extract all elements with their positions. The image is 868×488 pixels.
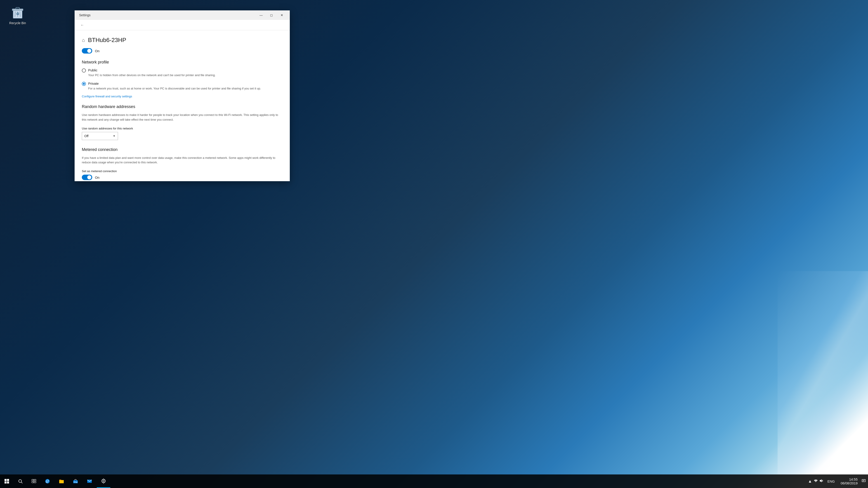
window-titlebar: Settings — ◻ ✕	[74, 10, 290, 20]
radio-private-input[interactable]	[82, 82, 86, 86]
taskbar-app-settings[interactable]	[97, 475, 110, 488]
metered-connection-heading: Metered connection	[82, 147, 283, 152]
recycle-bin-icon[interactable]: ♻ Recycle Bin	[4, 4, 31, 25]
connection-toggle-label: On	[95, 49, 99, 53]
svg-rect-21	[87, 480, 92, 483]
taskbar-apps: Shop	[41, 475, 110, 488]
radio-public-text: Public Your PC is hidden from other devi…	[88, 68, 216, 77]
page-header: ⌂ BTHub6-23HP	[82, 37, 283, 43]
svg-marker-23	[820, 480, 822, 482]
svg-rect-24	[862, 480, 866, 482]
clock-time: 14:55	[849, 477, 858, 481]
back-button[interactable]: ←	[78, 21, 86, 29]
window-controls: — ◻ ✕	[256, 10, 287, 20]
connection-toggle-row: On	[82, 48, 283, 54]
svg-rect-10	[7, 482, 9, 484]
svg-rect-16	[34, 482, 36, 483]
home-icon: ⌂	[82, 37, 85, 43]
maximize-button[interactable]: ◻	[266, 10, 277, 20]
taskbar-app-explorer[interactable]	[55, 475, 68, 488]
start-button[interactable]	[0, 475, 13, 488]
metered-toggle-label-text: Set as metered connection	[82, 169, 283, 173]
action-center-icon[interactable]	[862, 479, 866, 484]
search-button[interactable]	[13, 475, 27, 488]
main-content: ⌂ BTHub6-23HP On Network profile Public …	[74, 30, 290, 181]
svg-rect-15	[32, 482, 34, 483]
radio-private-label: Private	[88, 82, 261, 86]
svg-rect-8	[7, 479, 9, 481]
recycle-bin-image: ♻	[10, 4, 26, 20]
dropdown-arrow-icon: ▼	[113, 134, 116, 138]
svg-point-22	[103, 480, 104, 482]
metered-toggle-label: On	[95, 175, 99, 180]
radio-public-label: Public	[88, 68, 216, 72]
metered-toggle[interactable]	[82, 175, 92, 180]
radio-private-text: Private For a network you trust, such as…	[88, 82, 261, 91]
clock-date: 06/08/2019	[841, 481, 858, 485]
metered-connection-desc: If you have a limited data plan and want…	[82, 156, 283, 165]
svg-line-12	[21, 482, 22, 483]
dropdown-value: Off	[84, 134, 88, 138]
random-addresses-label: Use random addresses for this network	[82, 127, 283, 130]
network-profile-heading: Network profile	[82, 60, 283, 65]
radio-public-input[interactable]	[82, 68, 86, 72]
systray-expand-icon[interactable]: ▲	[808, 479, 812, 484]
nav-bar: ←	[74, 20, 290, 30]
recycle-bin-label: Recycle Bin	[9, 21, 26, 25]
volume-icon[interactable]	[819, 479, 824, 484]
metered-toggle-thumb	[87, 175, 91, 180]
minimize-button[interactable]: —	[256, 10, 266, 20]
taskbar-clock[interactable]: 14:55 06/08/2019	[838, 477, 860, 485]
settings-window: Settings — ◻ ✕ ← ⌂ BTHub6-23HP On	[74, 10, 290, 181]
taskbar: Shop ▲	[0, 475, 868, 488]
connection-toggle[interactable]	[82, 48, 92, 54]
svg-rect-9	[4, 482, 6, 484]
svg-rect-14	[34, 480, 36, 481]
systray: ▲ ENG 14:55 06/08/2019	[806, 477, 868, 485]
page-title: BTHub6-23HP	[88, 37, 126, 43]
svg-text:Shop: Shop	[73, 481, 78, 483]
svg-point-11	[19, 480, 22, 483]
taskbar-app-store[interactable]: Shop	[69, 475, 82, 488]
taskbar-app-edge[interactable]	[41, 475, 54, 488]
taskbar-app-mail[interactable]	[83, 475, 96, 488]
svg-text:♻: ♻	[16, 12, 19, 16]
random-addresses-dropdown[interactable]: Off ▼	[82, 132, 118, 140]
radio-public[interactable]: Public Your PC is hidden from other devi…	[82, 68, 283, 77]
radio-private-desc: For a network you trust, such as at home…	[88, 86, 261, 91]
window-content: ← ⌂ BTHub6-23HP On Network profile	[74, 20, 290, 181]
language-indicator[interactable]: ENG	[826, 480, 837, 483]
svg-rect-7	[4, 479, 6, 481]
radio-public-desc: Your PC is hidden from other devices on …	[88, 73, 216, 77]
svg-rect-13	[32, 480, 34, 481]
window-title: Settings	[77, 13, 256, 17]
task-view-button[interactable]	[27, 475, 41, 488]
network-icon[interactable]	[814, 479, 818, 484]
close-button[interactable]: ✕	[277, 10, 287, 20]
firewall-link[interactable]: Configure firewall and security settings	[82, 95, 283, 98]
metered-toggle-row: On	[82, 175, 283, 180]
toggle-thumb	[87, 49, 91, 53]
random-hardware-heading: Random hardware addresses	[82, 104, 283, 109]
radio-private[interactable]: Private For a network you trust, such as…	[82, 82, 283, 91]
svg-rect-18	[59, 480, 64, 483]
random-hardware-desc: Use random hardware addresses to make it…	[82, 113, 283, 122]
